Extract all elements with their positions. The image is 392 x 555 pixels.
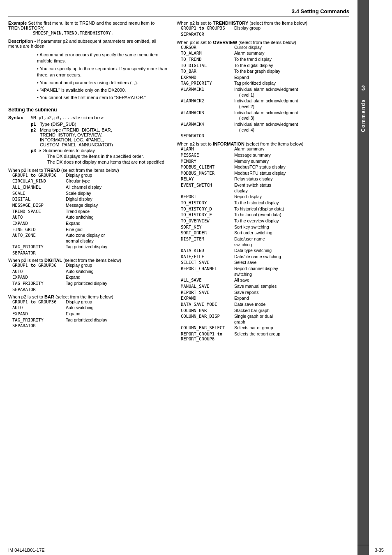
digital-item-0: GROUP1 to GROUP36Display group bbox=[12, 263, 168, 268]
ov-item-1: TO_ALARMAlarm summary bbox=[181, 51, 349, 56]
params-block: p1 Type (DISP_SUB) p2 Menu type (TREND, … bbox=[31, 122, 168, 164]
info-item-18: REPORT_CHANNELReport channel displayswit… bbox=[181, 266, 349, 277]
example-text: Set the first menu item to TREND and the… bbox=[8, 21, 154, 30]
page: 3.4 Setting Commands Example Set the fir… bbox=[0, 0, 392, 555]
digital-item-4: SEPARATOR bbox=[12, 287, 168, 292]
trend-item-7: AUTOAuto switching bbox=[12, 215, 168, 220]
bullet-1: A command error occurs if you specify th… bbox=[37, 52, 168, 65]
example-label: Example bbox=[8, 21, 27, 25]
ov-item-7: ALARMACK1Individual alarm acknowledgment… bbox=[181, 87, 349, 98]
bar-item-0: GROUP1 to GROUP36Display group bbox=[12, 299, 168, 305]
info-item-27: REPORT_GROUP1 to REPORT_GROUP6Selects th… bbox=[181, 331, 349, 341]
two-column-layout: Example Set the first menu item to TREND… bbox=[8, 21, 349, 343]
ov-item-8: ALARMACK2Individual alarm acknowledgment… bbox=[181, 98, 349, 109]
when-digital-block: When p2 is set to DIGITAL (select from t… bbox=[8, 258, 168, 292]
info-item-13: SORT_ORDERSort order switching bbox=[181, 230, 349, 236]
digital-item-2: EXPANDExpand bbox=[12, 275, 168, 280]
param-p1: p1 Type (DISP_SUB) bbox=[31, 122, 168, 127]
when-trendhistory-block: When p2 is set to TRENDHISTORY (select f… bbox=[177, 21, 349, 37]
p2-desc: Menu type (TREND, DIGITAL, BAR,TRENDHIST… bbox=[40, 127, 168, 147]
info-item-9: TO_HISTORY_DTo historical (display data) bbox=[181, 206, 349, 212]
info-item-26: COLUMN_BAR_SELECTSelects bar or group bbox=[181, 325, 349, 331]
syntax-row: Syntax SM p1,p2,p3,....<terminator> bbox=[8, 115, 168, 120]
info-item-11: TO_OVERVIEWTo the overview display bbox=[181, 218, 349, 224]
info-item-23: DATA_SAVE_MODEData save mode bbox=[181, 302, 349, 308]
when-overview-label: When p2 is set to OVERVIEW (select from … bbox=[177, 40, 349, 45]
bar-item-1: AUTOAuto switching bbox=[12, 305, 168, 311]
param-p3: p3 ≥ Submenu items to display bbox=[31, 148, 168, 153]
info-item-17: SELECT_SAVESelect save bbox=[181, 260, 349, 266]
info-item-25: COLUMN_BAR_DISPSingle graph or dualgraph bbox=[181, 314, 349, 325]
info-item-12: SORT_KEYSort key switching bbox=[181, 224, 349, 230]
bullet-3: You cannot omit parameters using delimit… bbox=[37, 80, 168, 86]
ov-item-11: SEPARATOR bbox=[181, 133, 349, 138]
info-item-20: MANUAL_SAVESave manual samples bbox=[181, 284, 349, 289]
bar-items: GROUP1 to GROUP36Display group AUTOAuto … bbox=[12, 299, 168, 328]
description-block: Description • If parameter p2 and subseq… bbox=[8, 39, 168, 49]
info-item-14: DISP_ITEMDate/user nameswitching bbox=[181, 236, 349, 247]
right-tab: 3 Commands bbox=[357, 0, 369, 555]
digital-item-1: AUTOAuto switching bbox=[12, 269, 168, 275]
info-item-8: TO_HISTORYTo the historical display bbox=[181, 200, 349, 206]
main-content: 3.4 Setting Commands Example Set the fir… bbox=[0, 0, 357, 555]
info-item-15: DATA_KINDData type switching bbox=[181, 248, 349, 254]
ov-item-10: ALARMACK4Individual alarm acknowledgment… bbox=[181, 122, 349, 133]
info-item-2: MEMORYMemory summary bbox=[181, 159, 349, 164]
trendhistory-items: GROUP1 to GROUP36Display group SEPARATOR bbox=[181, 25, 349, 37]
example-code: SMDISP_MAIN,TREND,TRENDHISTORY, bbox=[33, 30, 168, 35]
p1-label: p1 bbox=[31, 122, 40, 127]
info-item-0: ALARMAlarm summary bbox=[181, 146, 349, 152]
trend-item-4: DIGITALDigital display bbox=[12, 197, 168, 202]
when-information-label: When p2 is set to INFORMATION (select fr… bbox=[177, 141, 349, 146]
ov-item-2: TO_TRENDTo the trend display bbox=[181, 57, 349, 62]
when-information-block: When p2 is set to INFORMATION (select fr… bbox=[177, 141, 349, 341]
when-trend-label: When p2 is set to TREND (select from the… bbox=[8, 168, 168, 173]
info-item-10: TO_HISTORY_ETo historical (event data) bbox=[181, 212, 349, 218]
trend-item-8: EXPANDExpand bbox=[12, 221, 168, 227]
trend-item-2: ALL_CHANNELAll channel display bbox=[12, 185, 168, 190]
trend-item-3: SCALEScale display bbox=[12, 191, 168, 197]
info-item-4: MODBUS_MASTERModbusRTU status display bbox=[181, 171, 349, 176]
p1-desc: Type (DISP_SUB) bbox=[40, 122, 168, 127]
when-bar-label: When p2 is set to BAR (select from the i… bbox=[8, 294, 168, 299]
trend-item-9: FINE_GRIDFine grid bbox=[12, 227, 168, 233]
p2-label: p2 bbox=[31, 127, 40, 147]
right-tab-label: Commands bbox=[360, 99, 366, 132]
p3-label: p3 ≥ bbox=[31, 148, 43, 153]
chapter-number: 3 bbox=[357, 82, 369, 95]
info-item-16: DATE/FILEDate/file name switching bbox=[181, 254, 349, 260]
trend-items: GROUP1 to GROUP36Display group CIRCULAR_… bbox=[12, 173, 168, 255]
when-trend-block: When p2 is set to TREND (select from the… bbox=[8, 168, 168, 255]
info-item-7: REPORTReport display bbox=[181, 194, 349, 200]
bar-item-4: SEPARATOR bbox=[12, 323, 168, 328]
p3-desc: Submenu items to display bbox=[43, 148, 168, 153]
param-p2: p2 Menu type (TREND, DIGITAL, BAR,TRENDH… bbox=[31, 127, 168, 147]
bullet-4: "4PANEL" is available only on the DX2000… bbox=[37, 87, 168, 93]
ov-item-0: CURSORCursor display bbox=[181, 45, 349, 51]
trend-item-0: GROUP1 to GROUP36Display group bbox=[12, 173, 168, 178]
bullet-2: You can specify up to three separators. … bbox=[37, 66, 168, 79]
bullet-5: You cannot set the first menu item to "S… bbox=[37, 95, 168, 101]
overview-items: CURSORCursor display TO_ALARMAlarm summa… bbox=[181, 45, 349, 139]
ov-item-5: EXPANDExpand bbox=[181, 75, 349, 81]
information-items: ALARMAlarm summary MESSAGEMessage summar… bbox=[181, 146, 349, 341]
trend-item-6: TREND_SPACETrend space bbox=[12, 209, 168, 215]
th-item-1: SEPARATOR bbox=[181, 32, 349, 37]
info-item-5: RELAYRelay status display bbox=[181, 176, 349, 182]
trend-item-10: AUTO_ZONEAuto zone display ornormal disp… bbox=[12, 233, 168, 244]
trend-item-5: MESSAGE_DISPMessage display bbox=[12, 203, 168, 208]
when-bar-block: When p2 is set to BAR (select from the i… bbox=[8, 294, 168, 328]
ov-item-9: ALARMACK3Individual alarm acknowledgment… bbox=[181, 110, 349, 121]
syntax-code: SM p1,p2,p3,....<terminator> bbox=[31, 115, 104, 120]
section-title: 3.4 Setting Commands bbox=[292, 8, 349, 14]
info-item-21: REPORT_SAVESave reports bbox=[181, 290, 349, 296]
info-item-1: MESSAGEMessage summary bbox=[181, 153, 349, 158]
footer: IM 04L41B01-17E 3-35 bbox=[0, 545, 392, 555]
ov-item-3: TO_DIGITALTo the digital display bbox=[181, 63, 349, 69]
info-item-3: MODBUS_CLIENTModbusTCP status display bbox=[181, 164, 349, 170]
bar-item-3: TAG_PRIORITYTag prioritized display bbox=[12, 317, 168, 323]
left-column: Example Set the first menu item to TREND… bbox=[8, 21, 168, 343]
digital-item-3: TAG_PRIORITYTag prioritized display bbox=[12, 281, 168, 287]
info-item-24: COLUMN_BARStacked bar graph bbox=[181, 308, 349, 314]
ov-item-4: TO_BARTo the bar graph display bbox=[181, 69, 349, 74]
